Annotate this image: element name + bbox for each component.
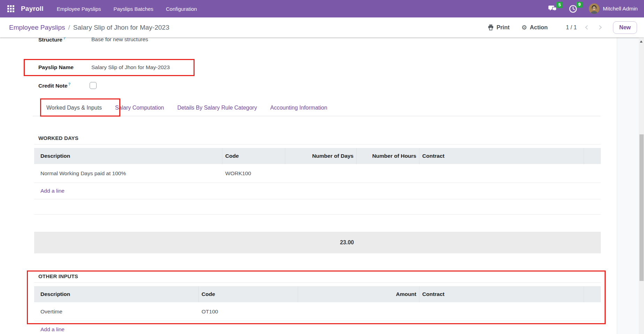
structure-label: Structure? xyxy=(38,37,91,43)
column-header-amount[interactable]: Amount xyxy=(298,286,419,302)
activities-button[interactable]: 9 xyxy=(569,5,577,13)
action-button[interactable]: ⚙︎ Action xyxy=(521,24,547,31)
worked-days-totals-row: 23.00 xyxy=(34,232,601,253)
main-content: Structure? Base for new structures Paysl… xyxy=(0,37,644,334)
column-header-number-of-days[interactable]: Number of Days xyxy=(285,148,357,164)
column-header-actions xyxy=(584,148,601,164)
cell-number-of-days[interactable]: 23.00 xyxy=(285,170,644,177)
column-header-contract[interactable]: Contract xyxy=(419,148,584,164)
activities-count-badge: 9 xyxy=(576,2,583,8)
payslip-name-label: Payslip Name xyxy=(38,64,91,70)
tab-worked-days-inputs[interactable]: Worked Days & Inputs xyxy=(46,101,102,115)
worked-days-table-row[interactable]: Normal Working Days paid at 100% WORK100… xyxy=(34,164,601,183)
navbar-right: 5 9 Mitchell Admin xyxy=(548,3,638,14)
new-button[interactable]: New xyxy=(613,21,637,34)
field-structure: Structure? Base for new structures xyxy=(38,37,617,46)
worked-days-section: WORKED DAYS Description Code Number of D… xyxy=(34,135,601,253)
tab-accounting-information[interactable]: Accounting Information xyxy=(270,101,327,115)
cell-code[interactable]: OT100 xyxy=(199,309,298,315)
app-title[interactable]: Payroll xyxy=(21,5,44,13)
credit-note-checkbox[interactable] xyxy=(90,82,97,89)
cell-amount[interactable]: 600.00 xyxy=(298,309,644,315)
user-avatar[interactable] xyxy=(589,3,599,14)
pager-arrows xyxy=(586,26,601,29)
other-inputs-add-line-row: Add a line xyxy=(34,321,601,334)
menu-configuration[interactable]: Configuration xyxy=(165,4,198,14)
menu-payslips-batches[interactable]: Payslips Batches xyxy=(113,4,154,14)
gear-icon: ⚙︎ xyxy=(521,24,527,31)
pager-previous-icon[interactable] xyxy=(585,25,590,30)
vertical-scrollbar[interactable] xyxy=(639,37,644,334)
breadcrumb-separator: / xyxy=(68,24,70,31)
chat-bubbles-icon xyxy=(548,5,557,13)
messages-button[interactable]: 5 xyxy=(548,5,557,13)
help-icon: ? xyxy=(68,82,71,86)
notebook-tabs: Worked Days & Inputs Salary Computation … xyxy=(33,99,600,116)
structure-value[interactable]: Base for new structures xyxy=(91,37,148,43)
top-navbar: Payroll Employee Payslips Payslips Batch… xyxy=(0,0,644,17)
other-inputs-section: OTHER INPUTS Description Code Amount Con… xyxy=(34,273,601,334)
action-label: Action xyxy=(530,24,548,31)
column-header-contract[interactable]: Contract xyxy=(419,286,584,302)
form-sheet: Structure? Base for new structures Paysl… xyxy=(0,37,617,334)
page-title: Salary Slip of Jhon for May-2023 xyxy=(73,24,169,31)
scrollbar-thumb[interactable] xyxy=(639,134,644,281)
worked-days-table-header: Description Code Number of Days Number o… xyxy=(34,148,601,164)
spacer xyxy=(34,199,601,214)
printer-icon xyxy=(488,24,494,30)
user-name[interactable]: Mitchell Admin xyxy=(603,6,638,12)
menu-employee-payslips[interactable]: Employee Payslips xyxy=(56,4,102,14)
print-button[interactable]: Print xyxy=(488,24,510,31)
messages-count-badge: 5 xyxy=(556,2,563,8)
breadcrumb: Employee Payslips / Salary Slip of Jhon … xyxy=(9,24,169,31)
cell-description[interactable]: Overtime xyxy=(34,309,199,315)
other-inputs-add-a-line-link[interactable]: Add a line xyxy=(40,326,65,333)
apps-grid-icon[interactable] xyxy=(7,5,15,13)
form-fields: Structure? Base for new structures Paysl… xyxy=(0,37,617,92)
main-menu: Employee Payslips Payslips Batches Confi… xyxy=(56,4,198,14)
control-panel: Employee Payslips / Salary Slip of Jhon … xyxy=(0,17,644,37)
clock-icon xyxy=(569,5,577,13)
column-header-code[interactable]: Code xyxy=(199,286,298,302)
worked-days-add-a-line-link[interactable]: Add a line xyxy=(40,188,65,194)
column-header-actions xyxy=(584,286,601,302)
field-credit-note: Credit Note? xyxy=(38,79,617,92)
other-inputs-title: OTHER INPUTS xyxy=(38,273,601,279)
control-panel-actions: Print ⚙︎ Action 1 / 1 New xyxy=(488,21,637,34)
field-payslip-name: Payslip Name Salary Slip of Jhon for May… xyxy=(38,60,617,74)
worked-days-add-line-row: Add a line xyxy=(34,183,601,199)
section-divider xyxy=(34,282,601,283)
breadcrumb-parent-link[interactable]: Employee Payslips xyxy=(9,24,65,31)
column-header-code[interactable]: Code xyxy=(222,148,285,164)
total-number-of-days: 23.00 xyxy=(285,239,357,246)
print-label: Print xyxy=(497,24,510,31)
tab-details-by-salary-rule-category[interactable]: Details By Salary Rule Category xyxy=(177,101,257,115)
pager-counter: 1 / 1 xyxy=(566,24,577,31)
cell-code[interactable]: WORK100 xyxy=(222,170,285,177)
worked-days-title: WORKED DAYS xyxy=(38,135,601,141)
column-header-description[interactable]: Description xyxy=(34,148,222,164)
scroll-up-arrow-icon[interactable] xyxy=(640,40,643,43)
column-header-number-of-hours[interactable]: Number of Hours xyxy=(357,148,419,164)
credit-note-label: Credit Note? xyxy=(38,82,91,89)
column-header-description[interactable]: Description xyxy=(34,286,199,302)
cell-description[interactable]: Normal Working Days paid at 100% xyxy=(34,170,222,177)
help-icon: ? xyxy=(63,37,66,40)
other-inputs-table-row[interactable]: Overtime OT100 600.00 Jhon'contract xyxy=(34,302,601,321)
pager-next-icon[interactable] xyxy=(597,25,602,30)
tab-salary-computation[interactable]: Salary Computation xyxy=(115,101,164,115)
empty-filler-row xyxy=(34,214,601,232)
section-divider xyxy=(34,144,601,144)
payslip-name-value[interactable]: Salary Slip of Jhon for May-2023 xyxy=(91,64,170,70)
other-inputs-table-header: Description Code Amount Contract xyxy=(34,286,601,302)
